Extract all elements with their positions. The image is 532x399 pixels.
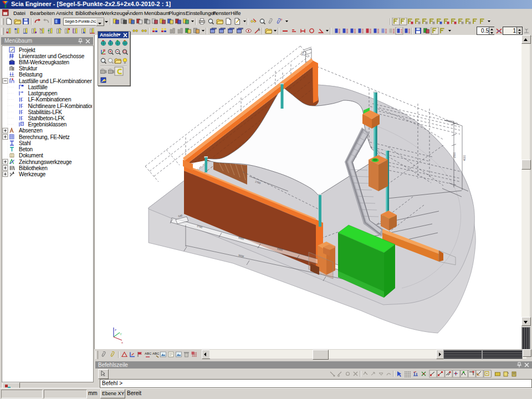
svg-text:Linienraster und Geschosse: Linienraster und Geschosse [19,53,85,59]
svg-text:Absenzen: Absenzen [19,127,42,134]
svg-text:Ergebnisklassen: Ergebnisklassen [28,121,67,127]
svg-text:BIM-Werkzeugkasten: BIM-Werkzeugkasten [19,59,69,65]
svg-text:Stabilitäts-LFK: Stabilitäts-LFK [28,109,63,115]
svg-text:ABC: ABC [145,352,152,355]
svg-text:Stahl: Stahl [19,140,31,146]
svg-text:Beton: Beton [19,146,33,152]
svg-text:Y: Y [120,332,122,336]
svg-text:Lastfälle: Lastfälle [28,84,48,90]
svg-text:LF-Kombinationen: LF-Kombinationen [28,96,71,103]
svg-text:Nichtlineare LF-Kombinationen: Nichtlineare LF-Kombinationen [28,103,93,109]
svg-text:?: ? [280,18,283,22]
svg-text:Projekt: Projekt [19,47,35,53]
svg-text:4000: 4000 [463,155,466,161]
svg-text:ABC: ABC [152,352,160,355]
svg-text:Stahlbeton-LFK: Stahlbeton-LFK [28,115,65,121]
svg-text:Werkzeuge: Werkzeuge [19,171,46,177]
svg-text:500: 500 [301,51,304,55]
svg-text:Bibliotheken: Bibliotheken [19,165,47,171]
svg-text:Belastung: Belastung [19,71,42,78]
svg-text:x: x [121,341,123,344]
svg-text:Zeichnungswerkzeuge: Zeichnungswerkzeuge [19,159,72,165]
svg-text:Lastfälle und LF-Kombinationen: Lastfälle und LF-Kombinationen [19,78,92,84]
svg-text:Berechnung, FE-Netz: Berechnung, FE-Netz [19,134,70,140]
svg-text:Lastgruppen: Lastgruppen [28,90,58,96]
svg-text:2500: 2500 [453,152,456,158]
svg-text:Dokument: Dokument [19,152,43,158]
svg-text:Struktur: Struktur [19,65,38,71]
svg-text:z: z [115,328,116,331]
